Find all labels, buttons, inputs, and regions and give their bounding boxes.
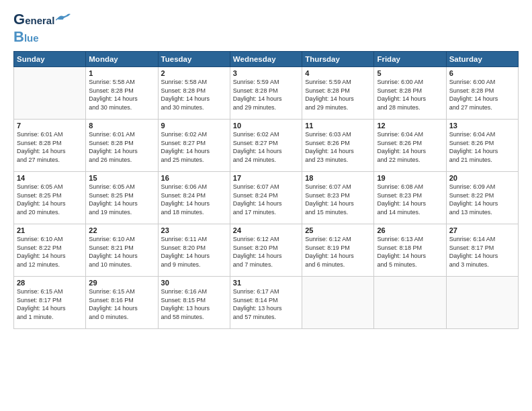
day-info: Sunrise: 6:12 AM Sunset: 8:19 PM Dayligh… <box>305 235 371 269</box>
day-number: 29 <box>89 279 154 287</box>
page: G eneral B lue SundayMondayTuesday <box>0 0 532 411</box>
weekday-header: Monday <box>86 52 158 67</box>
day-info: Sunrise: 6:17 AM Sunset: 8:14 PM Dayligh… <box>233 287 299 321</box>
day-info: Sunrise: 6:16 AM Sunset: 8:15 PM Dayligh… <box>161 287 227 321</box>
day-info: Sunrise: 6:12 AM Sunset: 8:20 PM Dayligh… <box>233 235 299 269</box>
day-number: 20 <box>449 174 515 182</box>
calendar-cell <box>14 67 86 120</box>
calendar-cell: 24Sunrise: 6:12 AM Sunset: 8:20 PM Dayli… <box>230 224 302 277</box>
bird-icon <box>56 13 71 24</box>
day-info: Sunrise: 6:02 AM Sunset: 8:27 PM Dayligh… <box>233 130 299 164</box>
day-info: Sunrise: 6:01 AM Sunset: 8:28 PM Dayligh… <box>89 130 154 164</box>
day-number: 5 <box>377 69 443 77</box>
day-number: 15 <box>89 174 154 182</box>
weekday-header: Friday <box>374 52 446 67</box>
weekday-header: Sunday <box>14 52 86 67</box>
calendar-week-row: 14Sunrise: 6:05 AM Sunset: 8:25 PM Dayli… <box>14 172 519 224</box>
weekday-header-row: SundayMondayTuesdayWednesdayThursdayFrid… <box>14 52 519 67</box>
day-number: 16 <box>161 174 227 182</box>
calendar-cell: 27Sunrise: 6:14 AM Sunset: 8:17 PM Dayli… <box>446 224 518 277</box>
calendar-cell <box>446 277 518 329</box>
day-info: Sunrise: 5:58 AM Sunset: 8:28 PM Dayligh… <box>89 78 154 111</box>
weekday-header: Tuesday <box>158 52 230 67</box>
day-info: Sunrise: 6:00 AM Sunset: 8:28 PM Dayligh… <box>377 78 443 111</box>
calendar-cell <box>374 277 446 329</box>
calendar-cell: 23Sunrise: 6:11 AM Sunset: 8:20 PM Dayli… <box>158 224 230 277</box>
calendar-cell: 16Sunrise: 6:06 AM Sunset: 8:24 PM Dayli… <box>158 172 230 224</box>
day-number: 8 <box>89 122 154 130</box>
calendar-cell: 7Sunrise: 6:01 AM Sunset: 8:28 PM Daylig… <box>14 120 86 172</box>
calendar-cell: 25Sunrise: 6:12 AM Sunset: 8:19 PM Dayli… <box>302 224 374 277</box>
day-number: 22 <box>89 226 154 234</box>
day-number: 31 <box>233 279 299 287</box>
calendar-cell: 5Sunrise: 6:00 AM Sunset: 8:28 PM Daylig… <box>374 67 446 120</box>
day-number: 18 <box>305 174 371 182</box>
day-number: 24 <box>233 226 299 234</box>
day-number: 7 <box>17 122 83 130</box>
day-info: Sunrise: 6:01 AM Sunset: 8:28 PM Dayligh… <box>17 130 83 164</box>
day-info: Sunrise: 6:10 AM Sunset: 8:22 PM Dayligh… <box>17 235 83 269</box>
logo-lue: lue <box>24 32 39 44</box>
day-info: Sunrise: 6:04 AM Sunset: 8:26 PM Dayligh… <box>449 130 515 164</box>
day-info: Sunrise: 6:02 AM Sunset: 8:27 PM Dayligh… <box>161 130 227 164</box>
day-info: Sunrise: 6:15 AM Sunset: 8:16 PM Dayligh… <box>89 287 154 321</box>
calendar-cell: 12Sunrise: 6:04 AM Sunset: 8:26 PM Dayli… <box>374 120 446 172</box>
day-info: Sunrise: 6:07 AM Sunset: 8:23 PM Dayligh… <box>305 183 371 216</box>
day-number: 27 <box>449 226 515 234</box>
day-number: 28 <box>17 279 83 287</box>
calendar-cell: 29Sunrise: 6:15 AM Sunset: 8:16 PM Dayli… <box>86 277 158 329</box>
weekday-header: Wednesday <box>230 52 302 67</box>
calendar-week-row: 1Sunrise: 5:58 AM Sunset: 8:28 PM Daylig… <box>14 67 519 120</box>
calendar-cell: 10Sunrise: 6:02 AM Sunset: 8:27 PM Dayli… <box>230 120 302 172</box>
day-number: 2 <box>161 69 227 77</box>
day-number: 23 <box>161 226 227 234</box>
day-number: 21 <box>17 226 83 234</box>
calendar-cell: 19Sunrise: 6:08 AM Sunset: 8:23 PM Dayli… <box>374 172 446 224</box>
calendar-week-row: 7Sunrise: 6:01 AM Sunset: 8:28 PM Daylig… <box>14 120 519 172</box>
calendar-cell: 2Sunrise: 5:58 AM Sunset: 8:28 PM Daylig… <box>158 67 230 120</box>
day-info: Sunrise: 6:04 AM Sunset: 8:26 PM Dayligh… <box>377 130 443 164</box>
day-info: Sunrise: 6:06 AM Sunset: 8:24 PM Dayligh… <box>161 183 227 216</box>
calendar-cell: 15Sunrise: 6:05 AM Sunset: 8:25 PM Dayli… <box>86 172 158 224</box>
logo-eneral: eneral <box>25 15 54 26</box>
calendar-cell: 11Sunrise: 6:03 AM Sunset: 8:26 PM Dayli… <box>302 120 374 172</box>
calendar-week-row: 28Sunrise: 6:15 AM Sunset: 8:17 PM Dayli… <box>14 277 519 329</box>
day-number: 19 <box>377 174 443 182</box>
day-number: 3 <box>233 69 299 77</box>
calendar-cell: 9Sunrise: 6:02 AM Sunset: 8:27 PM Daylig… <box>158 120 230 172</box>
calendar-cell: 26Sunrise: 6:13 AM Sunset: 8:18 PM Dayli… <box>374 224 446 277</box>
day-info: Sunrise: 6:15 AM Sunset: 8:17 PM Dayligh… <box>17 287 83 321</box>
calendar-cell: 6Sunrise: 6:00 AM Sunset: 8:28 PM Daylig… <box>446 67 518 120</box>
day-number: 6 <box>449 69 515 77</box>
day-number: 9 <box>161 122 227 130</box>
day-number: 13 <box>449 122 515 130</box>
day-info: Sunrise: 5:58 AM Sunset: 8:28 PM Dayligh… <box>161 78 227 111</box>
calendar: SundayMondayTuesdayWednesdayThursdayFrid… <box>13 51 519 329</box>
calendar-cell: 1Sunrise: 5:58 AM Sunset: 8:28 PM Daylig… <box>86 67 158 120</box>
calendar-cell: 13Sunrise: 6:04 AM Sunset: 8:26 PM Dayli… <box>446 120 518 172</box>
calendar-cell: 20Sunrise: 6:09 AM Sunset: 8:22 PM Dayli… <box>446 172 518 224</box>
calendar-cell: 31Sunrise: 6:17 AM Sunset: 8:14 PM Dayli… <box>230 277 302 329</box>
day-number: 30 <box>161 279 227 287</box>
day-number: 11 <box>305 122 371 130</box>
calendar-cell: 3Sunrise: 5:59 AM Sunset: 8:28 PM Daylig… <box>230 67 302 120</box>
day-info: Sunrise: 6:11 AM Sunset: 8:20 PM Dayligh… <box>161 235 227 269</box>
logo-b: B <box>13 28 24 46</box>
weekday-header: Saturday <box>446 52 518 67</box>
day-info: Sunrise: 5:59 AM Sunset: 8:28 PM Dayligh… <box>233 78 299 111</box>
day-number: 14 <box>17 174 83 182</box>
calendar-cell: 22Sunrise: 6:10 AM Sunset: 8:21 PM Dayli… <box>86 224 158 277</box>
calendar-cell: 28Sunrise: 6:15 AM Sunset: 8:17 PM Dayli… <box>14 277 86 329</box>
day-number: 10 <box>233 122 299 130</box>
day-info: Sunrise: 5:59 AM Sunset: 8:28 PM Dayligh… <box>305 78 371 111</box>
calendar-cell: 21Sunrise: 6:10 AM Sunset: 8:22 PM Dayli… <box>14 224 86 277</box>
day-number: 17 <box>233 174 299 182</box>
day-info: Sunrise: 6:13 AM Sunset: 8:18 PM Dayligh… <box>377 235 443 269</box>
calendar-cell: 30Sunrise: 6:16 AM Sunset: 8:15 PM Dayli… <box>158 277 230 329</box>
day-info: Sunrise: 6:00 AM Sunset: 8:28 PM Dayligh… <box>449 78 515 111</box>
calendar-cell: 18Sunrise: 6:07 AM Sunset: 8:23 PM Dayli… <box>302 172 374 224</box>
day-number: 1 <box>89 69 154 77</box>
day-info: Sunrise: 6:07 AM Sunset: 8:24 PM Dayligh… <box>233 183 299 216</box>
weekday-header: Thursday <box>302 52 374 67</box>
calendar-cell: 8Sunrise: 6:01 AM Sunset: 8:28 PM Daylig… <box>86 120 158 172</box>
